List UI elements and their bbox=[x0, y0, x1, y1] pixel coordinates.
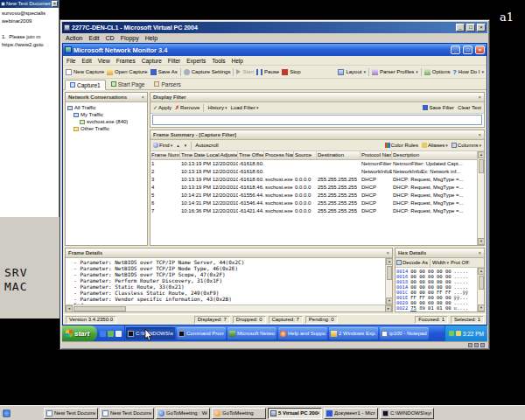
network-icon[interactable] bbox=[480, 343, 485, 347]
scroll-thumb[interactable] bbox=[479, 159, 484, 173]
vm-taskbar-button-help[interactable]: Help and Suppor... bbox=[278, 327, 327, 340]
vm-taskbar-button-notepad[interactable]: ip100 - Notepad bbox=[380, 327, 429, 340]
virtualpc-titlebar[interactable]: 2277C-DEN-CL1 - Microsoft Virtual PC 200… bbox=[62, 22, 487, 33]
detail-line[interactable]: - Parameter: NetBIOS over TCP/IP Node Ty… bbox=[67, 265, 383, 271]
menu-item[interactable]: File bbox=[66, 58, 75, 64]
tab-start-page[interactable]: Start Page bbox=[107, 79, 150, 89]
menu-item[interactable]: Floppy bbox=[121, 35, 139, 41]
menu-item[interactable]: View bbox=[98, 58, 110, 64]
menu-item[interactable]: Help bbox=[232, 58, 243, 64]
horizontal-scrollbar[interactable]: ◄► bbox=[66, 304, 392, 312]
detail-line[interactable]: - Parameter: Static Route, 33(0x21) bbox=[67, 284, 383, 290]
taskbar-button-word[interactable]: Документ1 - Micro... bbox=[324, 408, 378, 419]
tree-item-other-traffic[interactable]: Other Traffic bbox=[67, 125, 145, 132]
frame-row[interactable]: 2 10:13:19 PM 12/20/2010 -61618.60... Ne… bbox=[150, 168, 477, 176]
columns-button[interactable]: Columns▾ bbox=[452, 143, 481, 148]
scroll-thumb[interactable] bbox=[74, 306, 126, 312]
menu-item[interactable]: Edit bbox=[88, 35, 99, 41]
taskbar-button-windows-folder[interactable]: C:\WINDOWS\syst... bbox=[380, 408, 434, 419]
stop-capture-button[interactable]: Stop bbox=[282, 69, 300, 75]
scroll-up-icon[interactable]: ▲ bbox=[478, 151, 484, 158]
options-button[interactable]: Options bbox=[424, 69, 451, 75]
frame-details-tree[interactable]: - Parameter: NetBIOS over TCP/IP Name Se… bbox=[66, 258, 385, 304]
close-icon[interactable]: × bbox=[386, 250, 389, 256]
remove-filter-button[interactable]: ✗Remove bbox=[175, 105, 200, 110]
scroll-left-icon[interactable]: ◄ bbox=[66, 305, 73, 312]
frame-row[interactable]: 6 10:14:31 PM 12/20/2010 -61546.44... sv… bbox=[150, 200, 477, 207]
scroll-down-icon[interactable]: ▼ bbox=[478, 238, 484, 245]
menu-item[interactable]: Capture bbox=[142, 58, 162, 64]
close-icon[interactable]: × bbox=[478, 94, 481, 100]
tab-capture1[interactable]: Capture1 bbox=[65, 80, 106, 90]
tray-icon[interactable] bbox=[449, 331, 454, 336]
grid-header-row[interactable]: Frame Number Time Date Local Adjusted Ti… bbox=[150, 151, 477, 160]
drive-icon[interactable] bbox=[468, 343, 472, 347]
load-filter-button[interactable]: Load Filter▾ bbox=[231, 105, 259, 110]
vm-taskbar-button-explorer-group[interactable]: 2 Windows Exp... bbox=[329, 327, 378, 340]
taskbar-button-notepad-2[interactable]: New Text Documen... bbox=[100, 408, 154, 419]
vertical-scrollbar[interactable]: ▲▼ bbox=[477, 268, 484, 312]
menu-item[interactable]: CD bbox=[106, 35, 115, 41]
hex-line[interactable]: 00240400 10 B0 6C...°l bbox=[396, 311, 476, 312]
internet-explorer-icon[interactable] bbox=[100, 331, 106, 337]
close-button[interactable]: × bbox=[475, 46, 485, 54]
column-header[interactable]: Protocol Name bbox=[360, 151, 392, 159]
minimize-button[interactable]: _ bbox=[456, 24, 465, 32]
scroll-thumb[interactable] bbox=[479, 276, 484, 290]
history-button[interactable]: History▾ bbox=[207, 105, 227, 110]
notepad-text-area[interactable]: survovo@specialis webinar2009 1. Please … bbox=[0, 8, 59, 51]
tray-icon[interactable] bbox=[456, 331, 461, 336]
detail-line[interactable]: - Parameter: NetBIOS over TCP/IP Scope, … bbox=[67, 271, 383, 277]
column-header[interactable]: Time Offset bbox=[238, 151, 264, 159]
column-header[interactable]: Frame Number bbox=[150, 151, 180, 159]
how-do-i-button[interactable]: ?How Do I▾ bbox=[453, 69, 484, 75]
menu-item[interactable]: Action bbox=[66, 35, 82, 41]
close-icon[interactable]: × bbox=[52, 1, 58, 7]
parser-profiles-button[interactable]: Parser Profiles▾ bbox=[372, 69, 418, 75]
column-header[interactable]: Time Date Local Adjusted bbox=[180, 151, 238, 159]
menu-item[interactable]: Experts bbox=[186, 58, 206, 64]
close-icon[interactable]: × bbox=[478, 132, 481, 137]
color-rules-button[interactable]: Color Rules bbox=[385, 143, 418, 148]
scroll-up-icon[interactable]: ▲ bbox=[478, 268, 484, 275]
close-icon[interactable]: × bbox=[141, 94, 144, 100]
cd-icon[interactable] bbox=[474, 343, 479, 347]
close-icon[interactable]: × bbox=[478, 250, 481, 256]
width-button[interactable]: Width▾ bbox=[432, 260, 449, 265]
detail-line[interactable]: - Parameter: Classless Static Route, 249… bbox=[67, 290, 383, 296]
scroll-down-icon[interactable]: ▼ bbox=[478, 304, 484, 312]
vertical-scrollbar[interactable]: ▲▼ bbox=[385, 258, 392, 304]
detail-line[interactable]: - Parameter: Perform Router Discovery, 3… bbox=[67, 277, 383, 284]
maximize-button[interactable]: □ bbox=[463, 46, 472, 54]
vm-start-button[interactable]: start bbox=[62, 326, 97, 341]
maximize-button[interactable]: □ bbox=[466, 24, 475, 32]
filter-input[interactable] bbox=[152, 115, 482, 125]
column-header[interactable]: Destination bbox=[317, 151, 360, 159]
detail-line[interactable]: - Parameter: NetBIOS over TCP/IP Name Se… bbox=[67, 259, 383, 265]
save-as-button[interactable]: Save As bbox=[150, 69, 178, 75]
move-down-button[interactable]: ▼ bbox=[184, 144, 187, 148]
menu-item[interactable]: Help bbox=[145, 35, 158, 41]
menu-item[interactable]: Edit bbox=[81, 58, 91, 64]
apply-filter-button[interactable]: ✓Apply bbox=[153, 105, 172, 110]
vertical-scrollbar[interactable]: ▲▼ bbox=[477, 151, 484, 245]
menu-item[interactable]: Frames bbox=[116, 58, 136, 64]
taskbar-button-gotomeeting-web[interactable]: GoToMeeting : Web... bbox=[156, 408, 210, 419]
find-button[interactable]: Find▾ bbox=[153, 143, 172, 148]
open-capture-button[interactable]: Open Capture bbox=[107, 69, 148, 75]
vm-taskbar-button-command-prompt[interactable]: Command Prompt bbox=[177, 327, 226, 340]
frame-row[interactable]: 1 10:13:19 PM 12/20/2010 -61618.60... Ne… bbox=[150, 160, 477, 168]
aliases-button[interactable]: Aliases▾ bbox=[422, 143, 448, 148]
scroll-right-icon[interactable]: ► bbox=[385, 305, 392, 312]
vm-taskbar-button-netmon[interactable]: Microsoft Networ... bbox=[228, 327, 276, 340]
move-up-button[interactable]: ▲ bbox=[176, 144, 179, 148]
column-header[interactable]: Description bbox=[392, 151, 477, 159]
taskbar-button-gotomeeting[interactable]: GoToMeeting bbox=[212, 408, 266, 419]
quick-launch-icon[interactable] bbox=[3, 410, 10, 417]
decode-as-button[interactable]: Decode As bbox=[396, 260, 428, 265]
frame-row[interactable]: 4 10:13:19 PM 12/20/2010 -61618.46... sv… bbox=[150, 184, 477, 192]
save-filter-button[interactable]: Save Filter bbox=[423, 105, 454, 110]
column-header[interactable]: Source bbox=[294, 151, 317, 159]
autoscroll-button[interactable]: Autoscroll bbox=[195, 143, 218, 148]
pause-capture-button[interactable]: Pause bbox=[256, 69, 279, 75]
